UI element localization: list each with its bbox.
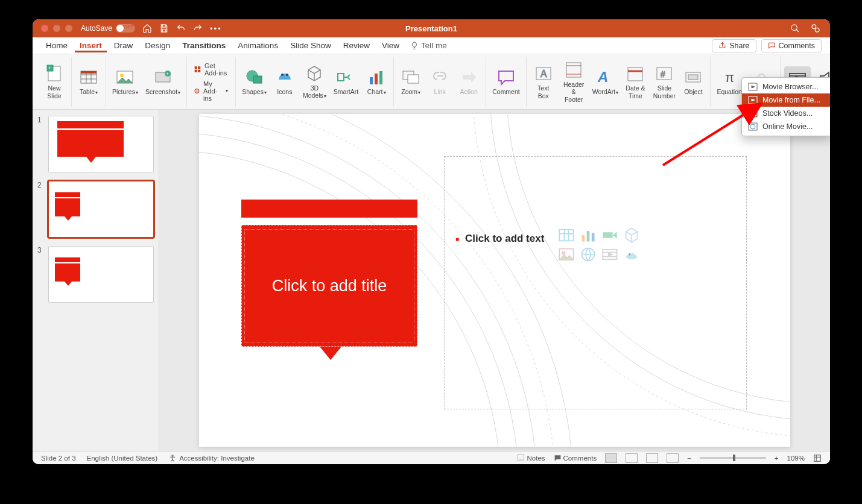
tab-home[interactable]: Home bbox=[41, 39, 72, 52]
menu-movie-from-file[interactable]: Movie from File... bbox=[742, 93, 830, 107]
svg-point-25 bbox=[281, 74, 284, 76]
insert-picture-icon bbox=[558, 246, 575, 262]
icons-button[interactable]: Icons bbox=[271, 66, 298, 96]
content-icons[interactable] bbox=[558, 227, 641, 262]
object-button[interactable]: Object bbox=[680, 66, 706, 96]
minimize-dot[interactable] bbox=[53, 25, 60, 32]
zoom-in[interactable]: + bbox=[775, 455, 779, 462]
insert-online-picture-icon bbox=[580, 246, 597, 262]
tab-draw[interactable]: Draw bbox=[109, 39, 138, 52]
svg-text:+: + bbox=[48, 65, 51, 71]
content-placeholder[interactable]: Click to add text bbox=[444, 156, 747, 409]
comments-button[interactable]: Comments bbox=[761, 39, 822, 52]
home-icon[interactable] bbox=[142, 24, 152, 33]
table-button[interactable]: Table▾ bbox=[75, 66, 102, 96]
svg-text:A: A bbox=[597, 69, 608, 85]
slide-number-button[interactable]: #Slide Number bbox=[651, 63, 677, 100]
new-slide-button[interactable]: + New Slide bbox=[41, 63, 68, 100]
zoom-dot[interactable] bbox=[65, 25, 72, 32]
svg-rect-11 bbox=[81, 71, 97, 74]
svg-rect-29 bbox=[375, 74, 378, 84]
svg-point-78 bbox=[172, 455, 173, 456]
thumbnail-2[interactable] bbox=[48, 181, 154, 238]
slide-counter[interactable]: Slide 2 of 3 bbox=[41, 455, 76, 462]
title-placeholder[interactable]: Click to add title bbox=[241, 225, 417, 347]
svg-rect-19 bbox=[195, 69, 197, 72]
wordart-button[interactable]: AWordArt▾ bbox=[591, 66, 620, 96]
sync-icon[interactable] bbox=[811, 24, 820, 33]
svg-point-1 bbox=[812, 25, 816, 29]
menu-movie-browser[interactable]: Movie Browser... bbox=[742, 80, 830, 93]
pictures-button[interactable]: Pictures▾ bbox=[110, 66, 141, 96]
undo-icon[interactable] bbox=[176, 24, 186, 33]
insert-3d-icon bbox=[623, 227, 640, 242]
link-button: Link bbox=[426, 66, 453, 96]
normal-view-button[interactable] bbox=[605, 453, 617, 463]
more-icon[interactable]: ••• bbox=[210, 24, 222, 33]
thumbnail-3[interactable] bbox=[48, 246, 154, 303]
svg-rect-63 bbox=[587, 231, 590, 242]
svg-rect-58 bbox=[559, 230, 573, 241]
menu-online-movie[interactable]: Online Movie... bbox=[742, 120, 830, 133]
language-indicator[interactable]: English (United States) bbox=[87, 455, 158, 462]
ribbon-tabs: Home Insert Draw Design Transitions Anim… bbox=[33, 37, 830, 54]
insert-icon-icon bbox=[623, 246, 640, 262]
fit-window-button[interactable] bbox=[813, 454, 822, 462]
save-icon[interactable] bbox=[159, 24, 169, 33]
my-addins-button[interactable]: My Add-ins▾ bbox=[192, 79, 230, 103]
get-addins-button[interactable]: Get Add-ins bbox=[192, 61, 230, 78]
textbox-button[interactable]: AText Box bbox=[530, 63, 557, 100]
callout-pointer bbox=[320, 347, 341, 360]
autosave-label: AutoSave bbox=[81, 24, 112, 33]
comments-pane-button[interactable]: Comments bbox=[554, 454, 597, 462]
tab-animations[interactable]: Animations bbox=[233, 39, 283, 52]
tell-me[interactable]: Tell me bbox=[410, 41, 447, 50]
svg-point-22 bbox=[196, 90, 197, 91]
svg-text:π: π bbox=[725, 70, 734, 85]
smartart-button[interactable]: SmartArt bbox=[331, 66, 361, 96]
slideshow-view-button[interactable] bbox=[667, 453, 679, 463]
share-button[interactable]: Share bbox=[712, 39, 756, 52]
accessibility-check[interactable]: Accessibility: Investigate bbox=[168, 454, 255, 462]
zoom-out[interactable]: − bbox=[687, 455, 691, 462]
editor-body: 1 2 3 bbox=[33, 110, 830, 451]
insert-smartart-icon bbox=[601, 227, 618, 242]
svg-rect-27 bbox=[338, 74, 344, 81]
slide-canvas[interactable]: Click to add title Click to add text bbox=[159, 110, 830, 451]
zoom-slider[interactable] bbox=[700, 457, 766, 459]
chart-button[interactable]: Chart▾ bbox=[363, 66, 390, 96]
zoom-level[interactable]: 109% bbox=[787, 455, 805, 462]
3d-models-button[interactable]: 3D Models▾ bbox=[300, 63, 329, 100]
zoom-button[interactable]: Zoom▾ bbox=[398, 66, 424, 96]
tab-review[interactable]: Review bbox=[338, 39, 375, 52]
tab-slideshow[interactable]: Slide Show bbox=[285, 39, 336, 52]
svg-rect-79 bbox=[518, 455, 524, 461]
tab-transitions[interactable]: Transitions bbox=[177, 39, 230, 52]
svg-point-66 bbox=[562, 251, 565, 254]
tab-view[interactable]: View bbox=[377, 39, 404, 52]
menu-stock-videos[interactable]: Stock Videos... bbox=[742, 107, 830, 120]
tab-design[interactable]: Design bbox=[140, 39, 175, 52]
screenshot-button[interactable]: + Screenshot▾ bbox=[143, 66, 183, 96]
svg-rect-62 bbox=[582, 235, 585, 242]
autosave-toggle[interactable]: AutoSave OFF bbox=[81, 24, 135, 33]
reading-view-button[interactable] bbox=[646, 453, 658, 463]
svg-rect-18 bbox=[198, 66, 200, 69]
datetime-button[interactable]: Date & Time bbox=[622, 63, 648, 100]
slide: Click to add title Click to add text bbox=[199, 114, 790, 447]
tab-insert[interactable]: Insert bbox=[75, 39, 107, 52]
header-footer-button[interactable]: Header & Footer bbox=[559, 59, 589, 104]
comment-button[interactable]: Comment bbox=[490, 66, 522, 96]
window-controls[interactable] bbox=[33, 25, 72, 32]
titlebar: AutoSave OFF ••• Presentation1 bbox=[33, 19, 830, 37]
video-dropdown-menu: Movie Browser... Movie from File... Stoc… bbox=[741, 77, 830, 136]
thumbnail-1[interactable] bbox=[48, 116, 154, 172]
svg-rect-20 bbox=[198, 69, 200, 72]
shapes-button[interactable]: Shapes▾ bbox=[239, 66, 269, 96]
sorter-view-button[interactable] bbox=[626, 453, 638, 463]
notes-button[interactable]: Notes bbox=[517, 454, 545, 462]
svg-text:#: # bbox=[661, 69, 665, 79]
redo-icon[interactable] bbox=[193, 24, 203, 33]
close-dot[interactable] bbox=[41, 25, 48, 32]
search-icon[interactable] bbox=[790, 24, 800, 33]
